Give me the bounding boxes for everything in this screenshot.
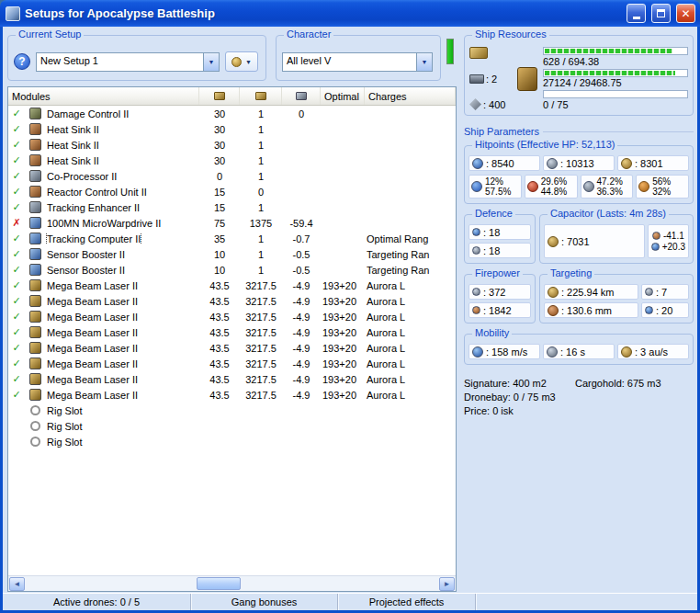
module-icon xyxy=(29,201,41,213)
module-cpu: 43.5 xyxy=(199,296,240,307)
module-row[interactable]: Rig Slot xyxy=(8,434,456,449)
volley-value: : 372 xyxy=(483,287,505,298)
module-cpu: 43.5 xyxy=(199,280,240,291)
module-name: Heat Sink II xyxy=(47,140,99,151)
module-name: Rig Slot xyxy=(47,421,83,432)
armor-resist-value: 57.5% xyxy=(485,187,511,197)
hardpoints-column: : 2 : 400 xyxy=(469,46,512,111)
module-row[interactable]: ✓Mega Beam Laser II43.53217.5-4.9193+20A… xyxy=(8,309,456,324)
max-velocity-icon xyxy=(472,346,483,358)
module-row[interactable]: ✗100MN MicroWarpdrive II751375-59.4 xyxy=(8,215,456,231)
projected-effects-panel[interactable]: Projected effects xyxy=(338,594,476,610)
scrollbar-thumb[interactable] xyxy=(197,577,241,590)
shield-recharge-icon xyxy=(472,228,480,236)
module-row[interactable]: ✓Sensor Booster II101-0.5Targeting Ran xyxy=(8,262,456,278)
module-cpu: 35 xyxy=(199,233,240,244)
titlebar[interactable]: Setups for Apocalypse Battleship ✕ xyxy=(0,0,700,27)
minimize-button[interactable] xyxy=(627,4,646,23)
module-powergrid: 3217.5 xyxy=(240,390,282,401)
armor-resist-value: 36.3% xyxy=(597,187,623,197)
module-row[interactable]: Rig Slot xyxy=(8,418,456,434)
horizontal-scrollbar[interactable]: ◄ ► xyxy=(8,575,456,591)
module-row[interactable]: ✓Reactor Control Unit II150 xyxy=(8,184,456,199)
wrench-icon xyxy=(231,57,242,67)
scan-resolution-icon xyxy=(548,305,559,316)
volley-icon xyxy=(472,288,480,296)
dps-value: : 1842 xyxy=(483,305,512,316)
module-row[interactable]: ✓Mega Beam Laser II43.53217.5-4.9193+20A… xyxy=(8,293,456,309)
module-row[interactable]: ✓Mega Beam Laser II43.53217.5-4.9193+20A… xyxy=(8,340,456,356)
module-charge: Aurora L xyxy=(365,280,456,291)
module-row[interactable]: ✓Mega Beam Laser II43.53217.5-4.9193+20A… xyxy=(8,371,456,387)
module-cpu: 43.5 xyxy=(199,390,240,401)
module-optimal: 193+20 xyxy=(321,343,365,354)
setup-tools-button[interactable]: ▼ xyxy=(225,51,258,72)
dps-icon xyxy=(472,306,480,314)
max-targets-icon xyxy=(645,288,653,296)
module-row[interactable]: ✓Mega Beam Laser II43.53217.5-4.9193+20A… xyxy=(8,324,456,340)
module-cap: -4.9 xyxy=(282,312,321,323)
module-row[interactable]: ✓Mega Beam Laser II43.53217.5-4.9193+20A… xyxy=(8,278,456,293)
scroll-left-button[interactable]: ◄ xyxy=(9,577,25,591)
explosive-resist-icon xyxy=(638,181,649,192)
mobility-label: Mobility xyxy=(472,327,512,338)
module-row[interactable]: Rig Slot xyxy=(8,403,456,418)
module-cap: -4.9 xyxy=(282,343,321,354)
gang-bonuses-panel[interactable]: Gang bonuses xyxy=(191,594,338,610)
fit-ok-icon: ✓ xyxy=(8,201,25,213)
module-powergrid: 3217.5 xyxy=(240,280,282,291)
module-cpu: 43.5 xyxy=(199,358,240,369)
character-combobox[interactable]: All level V ▼ xyxy=(282,52,433,72)
current-setup-group: Current Setup ? New Setup 1 ▼ ▼ xyxy=(7,35,266,81)
module-optimal: 193+20 xyxy=(321,390,365,401)
window: Setups for Apocalypse Battleship ✕ Curre… xyxy=(0,0,700,613)
module-row[interactable]: ✓Co-Processor II01 xyxy=(8,168,456,184)
maximize-button[interactable] xyxy=(651,4,671,23)
module-name: Sensor Booster II xyxy=(47,265,125,276)
module-cap: -59.4 xyxy=(282,218,321,229)
close-button[interactable]: ✕ xyxy=(676,4,695,23)
warp-speed-icon xyxy=(621,346,632,358)
rig-slot-icon xyxy=(30,405,40,415)
cpu-value: 628 / 694.38 xyxy=(543,57,688,67)
module-row[interactable]: ✓Tracking Computer II351-0.7Optimal Rang xyxy=(8,231,456,246)
module-optimal: 193+20 xyxy=(321,280,365,291)
cap-recharge-value: +20.3 xyxy=(662,242,685,252)
module-row[interactable]: ✓Heat Sink II301 xyxy=(8,137,456,153)
setup-combobox-arrow[interactable]: ▼ xyxy=(203,53,219,71)
module-powergrid: 1 xyxy=(240,155,282,166)
scroll-right-button[interactable]: ► xyxy=(439,577,455,591)
module-charge: Aurora L xyxy=(365,312,456,323)
hitpoints-label: Hitpoints (Effective HP: 52,113) xyxy=(472,139,617,150)
module-name: Heat Sink II xyxy=(47,124,99,135)
active-drones-panel: Active drones: 0 / 5 xyxy=(3,594,191,610)
current-setup-label: Current Setup xyxy=(16,28,84,40)
cargohold-value: Cargohold: 675 m3 xyxy=(575,377,661,391)
targeting-group: Targeting : 225.94 km : 7 : 130.6 mm : 2… xyxy=(539,274,694,324)
module-charge: Aurora L xyxy=(365,296,456,307)
character-combobox-arrow[interactable]: ▼ xyxy=(416,53,432,71)
help-button[interactable]: ? xyxy=(14,53,30,70)
setup-combobox[interactable]: New Setup 1 ▼ xyxy=(36,52,220,72)
scan-resolution-value: : 130.6 mm xyxy=(561,305,612,316)
module-row[interactable]: ✓Mega Beam Laser II43.53217.5-4.9193+20A… xyxy=(8,356,456,371)
module-row[interactable]: ✓Heat Sink II301 xyxy=(8,153,456,168)
shield-resist-value: 56% xyxy=(652,176,671,187)
module-name: Reactor Control Unit II xyxy=(47,187,147,198)
module-row[interactable]: ✓Damage Control II3010 xyxy=(8,106,456,121)
turret-hardpoint-icon xyxy=(469,74,484,84)
module-charge: Targeting Ran xyxy=(365,249,456,260)
max-velocity-value: : 158 m/s xyxy=(486,346,527,358)
module-name: Tracking Computer II xyxy=(47,233,141,244)
module-row[interactable]: ✓Mega Beam Laser II43.53217.5-4.9193+20A… xyxy=(8,387,456,403)
module-row[interactable]: ✓Heat Sink II301 xyxy=(8,121,456,137)
modules-list[interactable]: ✓Damage Control II3010✓Heat Sink II301✓H… xyxy=(8,106,456,575)
module-name: Mega Beam Laser II xyxy=(47,358,138,369)
module-cpu: 43.5 xyxy=(199,343,240,354)
sensor-strength-value: : 20 xyxy=(656,305,672,316)
module-icon xyxy=(29,186,41,198)
module-row[interactable]: ✓Tracking Enhancer II151 xyxy=(8,199,456,215)
module-row[interactable]: ✓Sensor Booster II101-0.5Targeting Ran xyxy=(8,246,456,262)
module-name: Sensor Booster II xyxy=(47,249,125,260)
fit-ok-icon: ✓ xyxy=(8,358,25,369)
